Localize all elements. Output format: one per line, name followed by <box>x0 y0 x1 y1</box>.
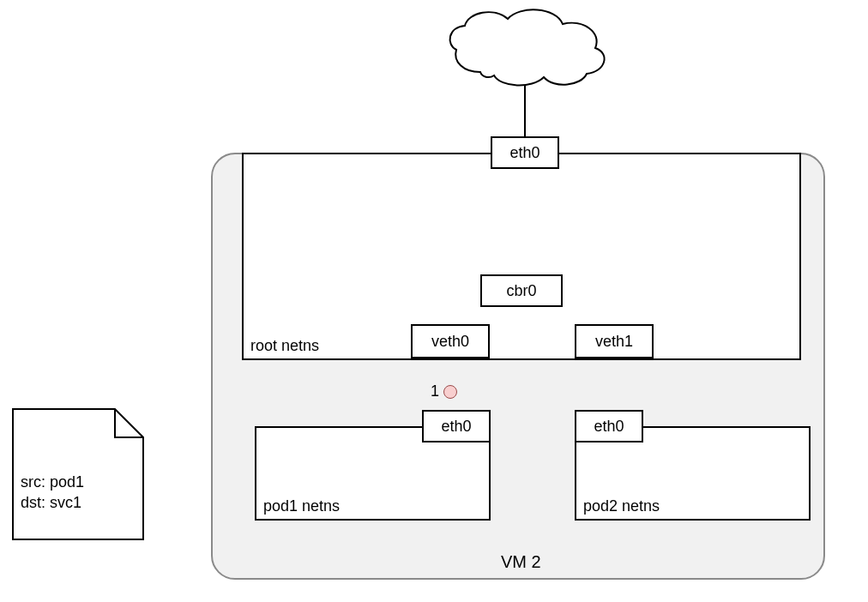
veth1-label: veth1 <box>595 333 633 351</box>
pod2-eth0-box: eth0 <box>575 410 643 442</box>
cbr0-label: cbr0 <box>506 282 536 300</box>
root-netns-label: root netns <box>250 337 319 355</box>
root-eth0-box: eth0 <box>491 136 559 169</box>
root-eth0-label: eth0 <box>509 144 539 162</box>
note-dst-line: dst: svc1 <box>21 492 84 513</box>
pod1-eth0-box: eth0 <box>422 410 491 442</box>
diagram-stage: root netns eth0 cbr0 veth0 veth1 pod1 ne… <box>0 0 868 602</box>
packet-note: src: pod1 dst: svc1 <box>12 408 144 540</box>
note-src-line: src: pod1 <box>21 472 84 492</box>
marker-dot-1 <box>443 385 457 399</box>
pod2-netns-label: pod2 netns <box>583 497 660 515</box>
pod1-netns-label: pod1 netns <box>263 497 340 515</box>
veth0-box: veth0 <box>411 324 490 358</box>
vm-title: VM 2 <box>501 552 541 572</box>
cloud-icon <box>450 9 605 85</box>
veth0-label: veth0 <box>431 333 469 351</box>
cbr0-box: cbr0 <box>480 274 563 307</box>
marker-num-1: 1 <box>431 382 439 400</box>
note-text: src: pod1 dst: svc1 <box>21 472 84 514</box>
veth1-box: veth1 <box>575 324 654 358</box>
pod1-eth0-label: eth0 <box>441 418 471 436</box>
root-netns-box <box>242 153 801 360</box>
pod2-eth0-label: eth0 <box>594 418 624 436</box>
